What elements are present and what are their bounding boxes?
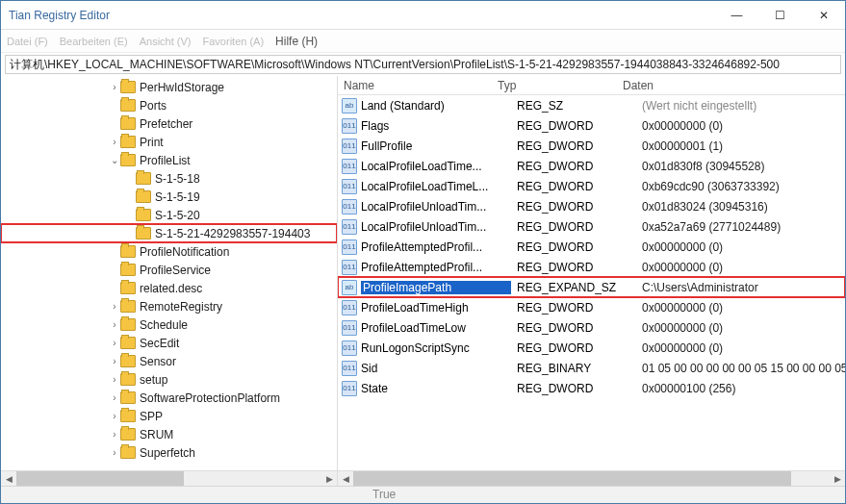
tree-item[interactable]: ›SecEdit bbox=[1, 334, 337, 352]
chevron-right-icon[interactable]: › bbox=[109, 447, 120, 458]
scroll-left-icon[interactable]: ◀ bbox=[1, 471, 16, 486]
tree-item-label: PerHwIdStorage bbox=[140, 81, 224, 94]
chevron-right-icon[interactable]: › bbox=[109, 356, 120, 366]
values-scroll-track[interactable] bbox=[353, 471, 830, 486]
tree-item[interactable]: ›SoftwareProtectionPlatform bbox=[1, 389, 337, 407]
tree-item[interactable]: ProfileNotification bbox=[1, 242, 337, 261]
tree-item[interactable]: ⌄ProfileList bbox=[1, 151, 337, 169]
tree-item[interactable]: ›SRUM bbox=[1, 425, 337, 443]
chevron-right-icon[interactable]: › bbox=[109, 301, 120, 312]
value-data: 01 05 00 00 00 00 00 05 15 00 00 00 05 bbox=[636, 362, 845, 375]
chevron-right-icon[interactable]: › bbox=[109, 374, 120, 385]
window-title: Tian Registry Editor bbox=[1, 9, 715, 22]
col-header-name[interactable]: Name bbox=[338, 79, 492, 92]
value-name: Sid bbox=[361, 362, 511, 375]
value-row[interactable]: 011LocalProfileLoadTimeL...REG_DWORD0xb6… bbox=[338, 176, 845, 196]
tree-item[interactable]: Prefetcher bbox=[1, 114, 337, 133]
chevron-right-icon[interactable]: › bbox=[109, 392, 120, 403]
menu-file[interactable]: Datei (F) bbox=[7, 36, 48, 47]
value-row[interactable]: abProfileImagePathREG_EXPAND_SZC:\Users\… bbox=[338, 277, 845, 297]
value-data: 0x00000000 (0) bbox=[636, 240, 845, 254]
minimize-button[interactable]: — bbox=[715, 1, 758, 30]
tree-item[interactable]: ›Superfetch bbox=[1, 443, 337, 462]
dword-value-icon: 011 bbox=[342, 239, 357, 255]
address-bar[interactable]: 计算机\HKEY_LOCAL_MACHINE\SOFTWARE\Microsof… bbox=[5, 55, 841, 74]
value-type: REG_DWORD bbox=[511, 180, 636, 193]
close-button[interactable]: ✕ bbox=[802, 1, 845, 30]
col-header-data[interactable]: Daten bbox=[617, 79, 845, 92]
value-name: Flags bbox=[361, 119, 511, 133]
scroll-right-icon[interactable]: ▶ bbox=[830, 471, 845, 486]
menu-favorites[interactable]: Favoriten (A) bbox=[203, 36, 265, 47]
tree-item-label: SRUM bbox=[140, 428, 173, 441]
tree-item[interactable]: ›PerHwIdStorage bbox=[1, 78, 337, 96]
tree-pane[interactable]: ›PerHwIdStoragePortsPrefetcher›Print⌄Pro… bbox=[1, 76, 338, 470]
value-data: 0x00000100 (256) bbox=[636, 382, 845, 395]
value-row[interactable]: 011FlagsREG_DWORD0x00000000 (0) bbox=[338, 115, 845, 136]
tree-item-label: RemoteRegistry bbox=[140, 300, 222, 314]
tree-item[interactable]: S-1-5-18 bbox=[1, 169, 337, 188]
tree-item[interactable]: related.desc bbox=[1, 279, 337, 297]
col-header-type[interactable]: Typ bbox=[492, 79, 617, 92]
value-name: LocalProfileLoadTimeL... bbox=[361, 180, 511, 193]
folder-icon bbox=[136, 190, 151, 203]
value-row[interactable]: 011LocalProfileLoadTime...REG_DWORD0x01d… bbox=[338, 156, 845, 176]
value-type: REG_DWORD bbox=[511, 119, 636, 133]
dword-value-icon: 011 bbox=[342, 381, 357, 396]
tree-item[interactable]: S-1-5-19 bbox=[1, 188, 337, 206]
tree-item[interactable]: ›Print bbox=[1, 133, 337, 151]
value-row[interactable]: 011ProfileLoadTimeLowREG_DWORD0x00000000… bbox=[338, 317, 845, 338]
value-row[interactable]: abLand (Standard)REG_SZ(Wert nicht einge… bbox=[338, 95, 845, 115]
tree-scroll-track[interactable] bbox=[16, 471, 321, 486]
value-row[interactable]: 011ProfileAttemptedProfil...REG_DWORD0x0… bbox=[338, 257, 845, 277]
tree-item[interactable]: ›setup bbox=[1, 370, 337, 389]
values-pane[interactable]: Name Typ Daten abLand (Standard)REG_SZ(W… bbox=[338, 76, 845, 470]
folder-icon bbox=[120, 81, 136, 93]
menu-view[interactable]: Ansicht (V) bbox=[140, 36, 192, 47]
tree-item-label: SecEdit bbox=[140, 337, 179, 350]
chevron-right-icon[interactable]: › bbox=[109, 338, 120, 348]
value-row[interactable]: 011ProfileAttemptedProfil...REG_DWORD0x0… bbox=[338, 237, 845, 257]
scroll-left-icon[interactable]: ◀ bbox=[338, 471, 353, 486]
tree-item-label: Print bbox=[140, 136, 164, 149]
chevron-right-icon[interactable]: › bbox=[109, 411, 120, 421]
chevron-right-icon[interactable]: › bbox=[109, 82, 120, 92]
tree-item[interactable]: S-1-5-21-4292983557-194403 bbox=[1, 224, 337, 242]
value-row[interactable]: 011RunLogonScriptSyncREG_DWORD0x00000000… bbox=[338, 338, 845, 358]
value-row[interactable]: 011ProfileLoadTimeHighREG_DWORD0x0000000… bbox=[338, 297, 845, 317]
tree-item-label: Schedule bbox=[140, 318, 188, 332]
chevron-right-icon[interactable]: › bbox=[109, 429, 120, 440]
value-data: 0xb69cdc90 (3063733392) bbox=[636, 180, 845, 193]
chevron-right-icon[interactable]: › bbox=[109, 137, 120, 147]
value-row[interactable]: 011LocalProfileUnloadTim...REG_DWORD0xa5… bbox=[338, 216, 845, 237]
value-name: ProfileLoadTimeLow bbox=[361, 321, 511, 335]
chevron-down-icon[interactable]: ⌄ bbox=[109, 155, 120, 165]
menu-help[interactable]: Hilfe (H) bbox=[275, 35, 318, 48]
value-row[interactable]: 011SidREG_BINARY01 05 00 00 00 00 00 05 … bbox=[338, 358, 845, 378]
menu-edit[interactable]: Bearbeiten (E) bbox=[60, 36, 128, 47]
tree-item[interactable]: ›Schedule bbox=[1, 315, 337, 334]
tree-item[interactable]: ›SPP bbox=[1, 407, 337, 425]
tree-item-label: Ports bbox=[140, 99, 167, 113]
folder-icon bbox=[120, 99, 136, 112]
value-data: 0x00000001 (1) bbox=[636, 139, 845, 153]
tree-item[interactable]: ›Sensor bbox=[1, 352, 337, 370]
value-data: 0xa52a7a69 (2771024489) bbox=[636, 220, 845, 234]
titlebar[interactable]: Tian Registry Editor — ☐ ✕ bbox=[1, 1, 845, 30]
tree-item[interactable]: ›RemoteRegistry bbox=[1, 297, 337, 315]
tree-item[interactable]: ProfileService bbox=[1, 261, 337, 279]
tree-item-label: Prefetcher bbox=[140, 117, 192, 131]
chevron-right-icon[interactable]: › bbox=[109, 319, 120, 330]
scroll-right-icon[interactable]: ▶ bbox=[321, 471, 337, 486]
tree-item-label: related.desc bbox=[140, 282, 202, 295]
value-data: 0x00000000 (0) bbox=[636, 301, 845, 315]
tree-item[interactable]: Ports bbox=[1, 96, 337, 114]
value-name: ProfileAttemptedProfil... bbox=[361, 261, 511, 274]
value-row[interactable]: 011StateREG_DWORD0x00000100 (256) bbox=[338, 378, 845, 398]
value-row[interactable]: 011FullProfileREG_DWORD0x00000001 (1) bbox=[338, 136, 845, 156]
value-type: REG_DWORD bbox=[511, 139, 636, 153]
values-header: Name Typ Daten bbox=[338, 76, 845, 95]
tree-item[interactable]: S-1-5-20 bbox=[1, 206, 337, 224]
maximize-button[interactable]: ☐ bbox=[758, 1, 802, 30]
value-row[interactable]: 011LocalProfileUnloadTim...REG_DWORD0x01… bbox=[338, 196, 845, 216]
